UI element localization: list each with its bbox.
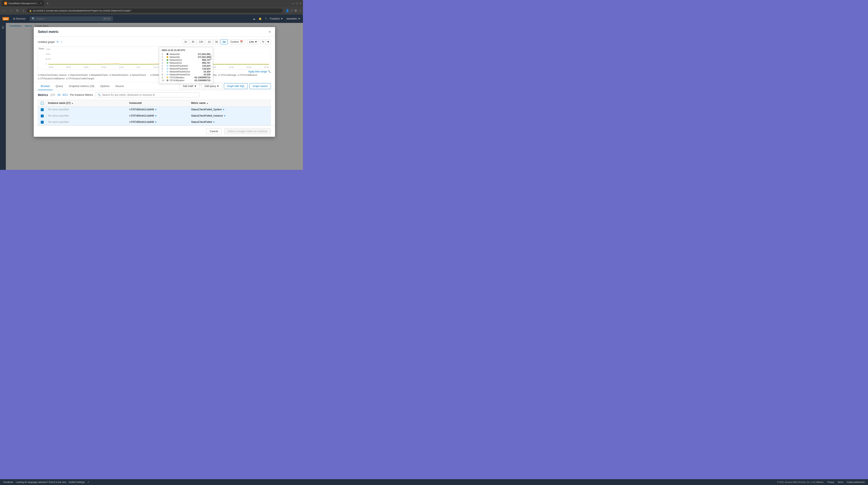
window-controls: — □ ×: [291, 2, 301, 5]
filter-all[interactable]: All: [57, 93, 60, 96]
legend-label-4: NetworkPacketsIn: [112, 74, 128, 76]
row-3-checkbox-cell: ✓: [38, 121, 46, 124]
metrics-search-input[interactable]: [102, 93, 197, 96]
region-selector[interactable]: Frankfurt ▼: [270, 17, 283, 20]
app-body: ☰ CloudWatch › Alarms › Create alarm Sel…: [0, 23, 303, 170]
forward-button[interactable]: →: [8, 8, 14, 13]
table-header: − Instance name (17) ▲ InstanceId: [38, 100, 271, 107]
filter-ec2[interactable]: EC2: [63, 93, 68, 96]
back-button[interactable]: ←: [2, 8, 7, 13]
header-metric-name[interactable]: Metric name ▲: [189, 101, 271, 105]
tooltip-metric-value: 805,747: [202, 62, 211, 64]
bell-icon[interactable]: 🔔: [258, 17, 262, 20]
modal-close-button[interactable]: ×: [269, 30, 271, 34]
time-3d[interactable]: 3d: [213, 39, 220, 44]
extension-icon[interactable]: ⚙: [294, 9, 297, 12]
tooltip-dot: [167, 77, 168, 78]
tab-close-button[interactable]: ×: [40, 2, 41, 5]
header-instance-id[interactable]: InstanceId: [128, 101, 189, 105]
row-3-checkbox[interactable]: ✓: [41, 121, 44, 124]
graph-search-button[interactable]: Graph search: [249, 83, 271, 89]
url-text: eu-central-1.console.aws.amazon.com/clou…: [33, 9, 131, 12]
minimize-button[interactable]: —: [291, 2, 294, 5]
refresh-button[interactable]: ↻: [261, 39, 266, 44]
row-3-instance: No name specified: [46, 121, 128, 123]
x-tick-11: 23:30: [229, 66, 234, 68]
menu-icon[interactable]: ⋮: [298, 9, 301, 12]
row-2-metric: StatusCheckFailed_Instance ▼: [189, 114, 271, 117]
row-3-filter-icon[interactable]: ▼: [155, 121, 157, 123]
chart-type-selector[interactable]: Line ▼: [247, 39, 259, 44]
search-shortcut: [Alt+S]: [102, 17, 111, 21]
tooltip-dot: [167, 74, 168, 75]
home-button[interactable]: ⌂: [21, 8, 25, 13]
chart-drawing-area: [49, 48, 269, 65]
tab-graphed-metrics[interactable]: Graphed metrics (19): [66, 83, 97, 90]
legend-item-12: CPUSurplusCreditBalance: [38, 78, 65, 80]
header-instance-name[interactable]: Instance name (17) ▲: [46, 101, 128, 105]
row-1-checkbox[interactable]: ✓: [41, 108, 44, 111]
row-2-filter-icon[interactable]: ▼: [155, 115, 157, 117]
row-2-metric-filter-icon[interactable]: ▼: [224, 115, 226, 117]
edit-graph-title-button[interactable]: ✎: [56, 40, 59, 43]
search-input[interactable]: [37, 17, 101, 20]
tooltip-row-num: 2.: [162, 56, 165, 58]
profile-icon[interactable]: 👤: [286, 9, 289, 12]
x-tick-3: 20:00: [84, 66, 88, 68]
tooltip-dot: [167, 53, 168, 55]
time-custom[interactable]: Custom 📅: [228, 39, 245, 44]
row-2-instanceid: i-0767d00cb41c3a946 ▼: [128, 114, 189, 117]
row-2-checkbox[interactable]: ✓: [41, 115, 44, 117]
row-1-filter-icon[interactable]: ▼: [155, 109, 157, 111]
reload-button[interactable]: ↻: [15, 8, 20, 13]
select-all-checkbox[interactable]: −: [41, 102, 44, 105]
user-menu[interactable]: danieldev ▼: [286, 17, 301, 20]
expand-graph-button[interactable]: ⤢: [60, 40, 62, 43]
modal-overlay: Select metric × Untitled graph ✎ ⤢ 1h: [6, 23, 303, 170]
row-3-metric-filter-icon[interactable]: ▼: [213, 121, 215, 123]
help-icon[interactable]: ?: [265, 17, 267, 20]
tab-browse[interactable]: Browse: [38, 83, 53, 90]
tab-source[interactable]: Source: [112, 83, 127, 90]
graph-with-sql-button[interactable]: Graph with SQL: [224, 83, 248, 89]
refresh-dropdown-button[interactable]: ▼: [266, 39, 271, 44]
time-1d[interactable]: 1d: [206, 39, 212, 44]
metrics-search[interactable]: 🔍: [95, 92, 199, 97]
browser-tab-active[interactable]: a CloudWatch Management C... ×: [2, 0, 44, 6]
add-math-label: Add math: [183, 85, 193, 88]
time-1w[interactable]: 1w: [220, 39, 227, 44]
x-tick-4: 20:30: [101, 66, 106, 68]
legend-item-10: CPUCreditUsage: [218, 74, 236, 76]
maximize-button[interactable]: □: [296, 2, 298, 5]
row-1-metric-filter-icon[interactable]: ▼: [223, 109, 225, 111]
add-math-button[interactable]: Add math ▼: [180, 83, 200, 89]
cancel-button[interactable]: Cancel: [206, 128, 222, 134]
time-3h[interactable]: 3h: [190, 39, 196, 44]
tooltip-dot: [167, 80, 168, 81]
bookmark-icon[interactable]: ☆: [290, 9, 293, 12]
legend-dot-11: [238, 74, 239, 76]
add-query-button[interactable]: Add query ▼: [202, 83, 222, 89]
aws-search-bar[interactable]: 🔍 [Alt+S]: [30, 17, 113, 21]
close-window-button[interactable]: ×: [300, 2, 301, 5]
new-tab-button[interactable]: +: [45, 1, 50, 5]
metrics-title: Metrics: [38, 93, 48, 97]
tooltip-metric-name: NetworkPacketsIn: [169, 64, 201, 67]
tab-options[interactable]: Options: [97, 83, 113, 90]
time-12h[interactable]: 12h: [197, 39, 205, 44]
chart-legend: StatusCheckFailed_Instance StatusCheckFa…: [38, 74, 271, 80]
apply-time-range-button[interactable]: Apply time range 🔍: [248, 70, 271, 73]
select-metric-button: Select a single metric to continue: [224, 128, 271, 134]
header-checkbox-cell: −: [38, 101, 46, 105]
x-tick-5: 21:00: [119, 66, 124, 68]
tab-query[interactable]: Query: [53, 83, 66, 90]
sidebar-menu-icon[interactable]: ☰: [0, 25, 6, 30]
time-1h[interactable]: 1h: [183, 39, 189, 44]
tooltip-title: 2022-11-01 21:40 UTC: [162, 49, 210, 52]
address-bar[interactable]: 🔒 eu-central-1.console.aws.amazon.com/cl…: [27, 8, 283, 13]
services-button[interactable]: ⊞ Services: [11, 17, 27, 21]
legend-label-11: CPUCreditBalance: [240, 74, 257, 76]
table-row: ✓ No name specified i-0767d00cb41c3a946 …: [38, 107, 271, 113]
add-query-chevron: ▼: [217, 85, 219, 88]
tooltip-metric-value: 10,329: [204, 70, 211, 73]
